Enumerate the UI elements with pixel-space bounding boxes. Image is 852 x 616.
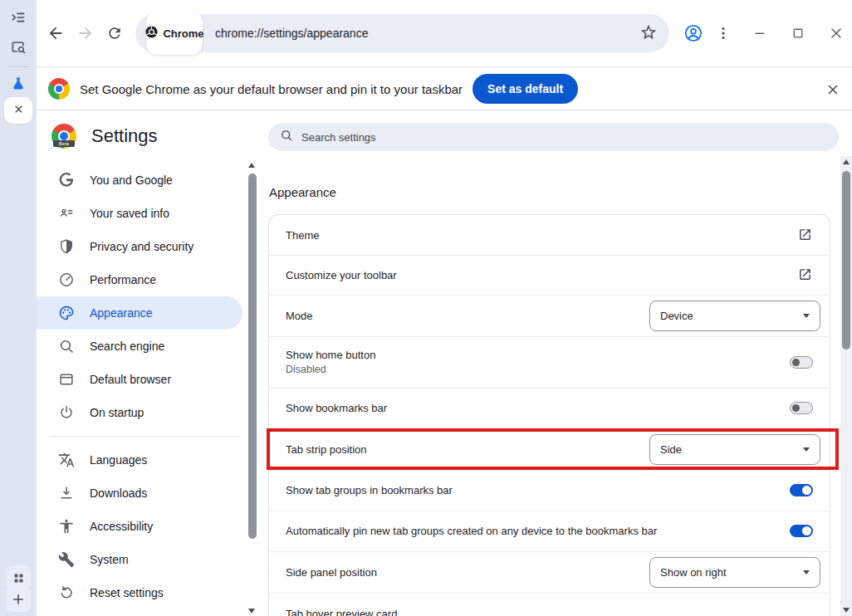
- sidebar-item-downloads[interactable]: Downloads: [37, 477, 242, 510]
- accessibility-icon: [58, 518, 75, 535]
- chrome-beta-logo-icon: Beta: [51, 124, 76, 149]
- profile-avatar-icon[interactable]: [682, 22, 705, 45]
- tab-strip-position-dropdown[interactable]: Side: [649, 434, 820, 465]
- saved-info-icon: [58, 205, 75, 222]
- row-side-panel-position: Side panel position Show on right: [269, 551, 830, 593]
- scrollbar-thumb[interactable]: [248, 174, 257, 539]
- tab-search-icon[interactable]: [6, 35, 31, 60]
- dropdown-value: Device: [660, 310, 693, 322]
- sidebar-item-on-startup[interactable]: On startup: [37, 396, 242, 429]
- row-mode: Mode Device: [269, 295, 830, 336]
- vertical-tab-strip: [0, 0, 37, 616]
- dropdown-value: Show on right: [660, 566, 727, 579]
- browser-toolbar: Chrome: [37, 0, 852, 67]
- settings-page: Beta Settings You and Google Your saved …: [37, 110, 852, 616]
- scrollbar-thumb[interactable]: [842, 171, 850, 350]
- settings-card: Theme Customize your toolbar Mode Device: [268, 214, 830, 616]
- sidebar-header: Beta Settings: [51, 124, 158, 149]
- sidebar-scrollbar[interactable]: [246, 160, 259, 616]
- sidebar-item-label: You and Google: [90, 174, 173, 187]
- sidebar-item-default-browser[interactable]: Default browser: [37, 363, 242, 396]
- google-g-icon: [58, 172, 75, 188]
- toggle-knob: [802, 526, 811, 535]
- close-window-icon[interactable]: [825, 22, 848, 45]
- show-home-button-toggle[interactable]: [790, 356, 813, 369]
- sidebar-item-label: Reset settings: [90, 586, 164, 599]
- maximize-icon[interactable]: [786, 22, 810, 45]
- browser-window-icon: [58, 371, 75, 388]
- setting-label: Theme: [286, 229, 319, 242]
- banner-close-icon[interactable]: [824, 81, 842, 99]
- content-scrollbar[interactable]: [840, 156, 852, 616]
- omnibox[interactable]: Chrome: [135, 14, 669, 52]
- toggle-knob: [792, 359, 800, 366]
- url-input[interactable]: [215, 14, 614, 52]
- sidebar-item-performance[interactable]: Performance: [37, 263, 242, 296]
- toggle-tab-strip-icon[interactable]: [6, 5, 31, 30]
- setting-label: Show bookmarks bar: [286, 402, 387, 414]
- search-settings-input[interactable]: [301, 131, 766, 144]
- sidebar-item-label: Languages: [90, 453, 147, 467]
- scroll-down-icon[interactable]: [843, 608, 850, 613]
- mode-dropdown[interactable]: Device: [649, 301, 820, 331]
- sidebar-item-you-and-google[interactable]: You and Google: [37, 164, 242, 197]
- sidebar-item-languages[interactable]: Languages: [37, 443, 242, 477]
- menu-kebab-icon[interactable]: [712, 22, 735, 45]
- reset-icon: [58, 584, 75, 601]
- sidebar-item-label: Downloads: [90, 486, 147, 500]
- chrome-logo-icon: [48, 78, 70, 100]
- chrome-mono-logo-icon: [144, 25, 159, 42]
- show-bookmarks-bar-toggle[interactable]: [790, 402, 813, 414]
- scroll-up-icon[interactable]: [248, 163, 255, 168]
- sidebar-item-accessibility[interactable]: Accessibility: [37, 510, 242, 543]
- sidebar-item-system[interactable]: System: [37, 543, 242, 576]
- back-icon[interactable]: [44, 22, 67, 45]
- sidebar-item-reset-settings[interactable]: Reset settings: [37, 576, 242, 609]
- sidebar-item-appearance[interactable]: Appearance: [37, 296, 242, 330]
- row-tab-hover-preview-card: Tab hover preview card: [269, 593, 830, 616]
- setting-label: Tab hover preview card: [286, 608, 397, 616]
- default-browser-banner: Set Google Chrome as your default browse…: [37, 68, 852, 110]
- sidebar-item-privacy-and-security[interactable]: Privacy and security: [37, 230, 242, 263]
- row-tab-strip-position: Tab strip position Side: [269, 428, 830, 470]
- bookmark-star-icon[interactable]: [639, 23, 659, 43]
- setting-label: Show tab groups in bookmarks bar: [286, 484, 453, 496]
- sidebar-nav: You and Google Your saved info Privacy a…: [37, 164, 246, 609]
- sidebar-item-label: Default browser: [90, 373, 171, 386]
- search-settings-bar[interactable]: [268, 123, 839, 151]
- open-in-new-icon[interactable]: [798, 267, 813, 282]
- caret-down-icon: [803, 314, 810, 318]
- row-customize-your-toolbar[interactable]: Customize your toolbar: [269, 255, 830, 295]
- scroll-up-icon[interactable]: [843, 159, 850, 164]
- set-as-default-button[interactable]: Set as default: [473, 74, 578, 104]
- settings-tab-chip[interactable]: Chrome: [146, 12, 203, 55]
- sidebar-item-label: Search engine: [90, 340, 164, 353]
- tab-strip-divider: [7, 66, 29, 67]
- experiments-flask-icon[interactable]: [6, 71, 31, 96]
- new-tab-plus-icon[interactable]: [6, 587, 31, 612]
- forward-icon: [74, 22, 97, 45]
- automatically-pin-new-tab-toggle[interactable]: [790, 525, 813, 537]
- sidebar-item-search-engine[interactable]: Search engine: [37, 330, 242, 363]
- scroll-down-icon[interactable]: [248, 609, 255, 614]
- close-tab-icon[interactable]: [12, 103, 25, 119]
- sidebar-item-label: Your saved info: [90, 207, 169, 220]
- row-show-home-button: Show home button Disabled: [269, 336, 830, 388]
- setting-label: Side panel position: [286, 566, 377, 579]
- sidebar-item-label: Appearance: [90, 306, 153, 320]
- sidebar-item-your-saved-info[interactable]: Your saved info: [37, 197, 242, 230]
- settings-sidebar: Beta Settings You and Google Your saved …: [37, 110, 246, 616]
- row-theme[interactable]: Theme: [269, 215, 830, 255]
- open-in-new-icon[interactable]: [798, 227, 813, 242]
- side-panel-position-dropdown[interactable]: Show on right: [649, 557, 820, 588]
- download-icon: [58, 485, 75, 501]
- minimize-icon[interactable]: [748, 22, 771, 45]
- settings-content: Appearance Theme Customize your toolbar …: [259, 110, 840, 616]
- show-tab-groups-in-toggle[interactable]: [790, 484, 813, 496]
- caret-down-icon: [803, 570, 810, 574]
- palette-icon: [58, 305, 75, 321]
- reload-icon[interactable]: [103, 22, 126, 45]
- settings-title: Settings: [91, 125, 158, 147]
- sidebar-item-label: On startup: [90, 406, 144, 419]
- active-tab-chip[interactable]: [4, 97, 32, 124]
